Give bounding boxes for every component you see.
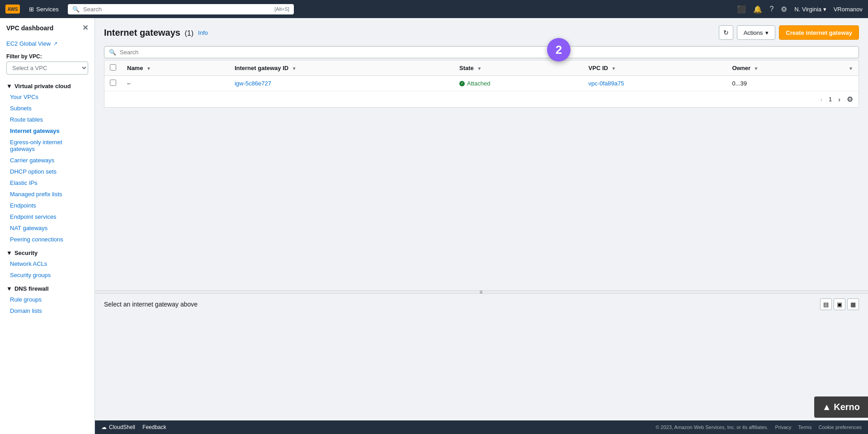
sidebar-item-dhcp[interactable]: DHCP option sets xyxy=(0,166,94,177)
sidebar-section-security[interactable]: ▼ Security xyxy=(0,245,94,258)
actions-chevron-icon: ▾ xyxy=(765,29,769,36)
pane-divider[interactable]: ≡ xyxy=(95,290,868,294)
actions-button[interactable]: Actions ▾ xyxy=(737,25,776,40)
header-actions: ↻ Actions ▾ Create internet gateway xyxy=(719,25,859,40)
sidebar-item-route-tables[interactable]: Route tables xyxy=(0,114,94,125)
pagination-row: ‹ 1 › ⚙ xyxy=(104,91,859,108)
view-icons: ▤ ▣ ▦ xyxy=(820,298,859,310)
vpc-filter-select[interactable]: Select a VPC xyxy=(6,61,88,75)
cloudshell-button[interactable]: ☁ CloudShell xyxy=(101,424,135,430)
section-chevron-vpc: ▼ xyxy=(6,83,12,90)
sidebar-item-internet-gateways[interactable]: Internet gateways xyxy=(0,125,94,137)
col-vpc-id: VPC ID ▼ xyxy=(583,61,727,76)
sidebar-item-peering[interactable]: Peering connections xyxy=(0,234,94,245)
sidebar-item-domain-lists[interactable]: Domain lists xyxy=(0,305,94,316)
top-search-input[interactable] xyxy=(83,6,271,13)
sidebar-item-endpoints[interactable]: Endpoints xyxy=(0,200,94,211)
ec2-global-view-link[interactable]: EC2 Global View ↗ xyxy=(0,38,94,50)
create-internet-gateway-button[interactable]: Create internet gateway xyxy=(779,25,859,40)
ec2-global-view-label: EC2 Global View xyxy=(6,40,51,47)
table-settings-button[interactable]: ⚙ xyxy=(845,94,855,104)
grid-icon: ⊞ xyxy=(29,6,34,13)
section-chevron-security: ▼ xyxy=(6,250,12,256)
region-selector[interactable]: N. Virginia ▾ xyxy=(794,6,826,13)
vpc-id-link[interactable]: vpc-0fa89a75 xyxy=(589,80,624,87)
table-row: – igw-5c86e727 Attached vpc-0fa89a75 0..… xyxy=(104,76,859,91)
step-indicator: 2 xyxy=(547,38,571,61)
status-dot xyxy=(459,81,465,86)
sidebar-item-prefix-lists[interactable]: Managed prefix lists xyxy=(0,189,94,200)
table-search-input[interactable] xyxy=(120,49,854,56)
cloudshell-icon: ☁ xyxy=(101,424,107,430)
table-header-row: Name ▼ Internet gateway ID ▼ State ▼ VPC… xyxy=(104,61,859,76)
sidebar-item-nat-gateways[interactable]: NAT gateways xyxy=(0,222,94,234)
sidebar-item-elastic-ips[interactable]: Elastic IPs xyxy=(0,177,94,189)
sidebar-item-security-groups[interactable]: Security groups xyxy=(0,269,94,281)
user-menu[interactable]: VRomanov xyxy=(834,6,863,13)
select-all-checkbox[interactable] xyxy=(110,64,116,71)
layout: VPC dashboard ✕ EC2 Global View ↗ Filter… xyxy=(0,18,868,434)
bottom-pane-header: Select an internet gateway above ▤ ▣ ▦ xyxy=(104,298,859,310)
external-link-icon: ↗ xyxy=(53,41,57,47)
cookie-link[interactable]: Cookie preferences xyxy=(819,425,862,430)
copyright-text: © 2023, Amazon Web Services, Inc. or its… xyxy=(656,425,768,430)
top-search-bar[interactable]: 🔍 [Alt+S] xyxy=(68,4,294,14)
page-number: 1 xyxy=(827,96,834,103)
igw-id-link[interactable]: igw-5c86e727 xyxy=(235,80,271,87)
next-page-button[interactable]: › xyxy=(835,95,843,104)
top-pane: Internet gateways (1) Info ↻ Actions ▾ C… xyxy=(95,18,868,290)
prev-page-button[interactable]: ‹ xyxy=(817,95,825,104)
terms-link[interactable]: Terms xyxy=(798,425,812,430)
sidebar-section-dns[interactable]: ▼ DNS firewall xyxy=(0,281,94,294)
sidebar-item-egress-only[interactable]: Egress-only internet gateways xyxy=(0,137,94,155)
table-search-icon: 🔍 xyxy=(109,49,116,56)
page-title: Internet gateways (1) xyxy=(104,28,193,38)
sidebar-close-button[interactable]: ✕ xyxy=(82,24,88,32)
view-grid-button[interactable]: ▦ xyxy=(847,298,859,310)
col-name: Name ▼ xyxy=(122,61,229,76)
top-nav: AWS ⊞ Services 🔍 [Alt+S] ⬛ 🔔 ? ⚙ N. Virg… xyxy=(0,0,868,18)
bottom-bar-left: ☁ CloudShell Feedback xyxy=(101,424,166,430)
page-header: Internet gateways (1) Info ↻ Actions ▾ C… xyxy=(104,25,859,40)
bottom-pane-title: Select an internet gateway above xyxy=(104,301,198,308)
page-title-row: Internet gateways (1) Info xyxy=(104,28,208,38)
filter-label: Filter by VPC: xyxy=(0,50,94,61)
sidebar-item-endpoint-services[interactable]: Endpoint services xyxy=(0,211,94,222)
sidebar-item-carrier-gateways[interactable]: Carrier gateways xyxy=(0,155,94,166)
status-attached: Attached xyxy=(459,80,578,87)
row-checkbox[interactable] xyxy=(110,80,116,86)
kerno-badge: ▲ Kerno xyxy=(814,396,868,418)
search-icon: 🔍 xyxy=(72,6,80,13)
cell-igw-id: igw-5c86e727 xyxy=(229,76,454,91)
search-shortcut: [Alt+S] xyxy=(274,6,289,12)
internet-gateways-table: Name ▼ Internet gateway ID ▼ State ▼ VPC… xyxy=(104,60,859,91)
view-split-button[interactable]: ▣ xyxy=(834,298,845,310)
actions-label: Actions xyxy=(744,29,763,36)
help-icon[interactable]: ? xyxy=(769,5,774,13)
sidebar-item-subnets[interactable]: Subnets xyxy=(0,103,94,114)
bottom-bar: ☁ CloudShell Feedback © 2023, Amazon Web… xyxy=(95,420,868,434)
cloudshell-label: CloudShell xyxy=(109,424,135,430)
nav-right: ⬛ 🔔 ? ⚙ N. Virginia ▾ VRomanov xyxy=(737,5,863,14)
sidebar-item-rule-groups[interactable]: Rule groups xyxy=(0,294,94,305)
sidebar-title: VPC dashboard xyxy=(6,24,53,32)
sidebar-item-your-vpcs[interactable]: Your VPCs xyxy=(0,91,94,103)
info-link[interactable]: Info xyxy=(198,29,208,36)
section-label-security: Security xyxy=(14,250,38,256)
services-menu[interactable]: ⊞ Services xyxy=(25,4,62,14)
refresh-button[interactable]: ↻ xyxy=(719,25,733,40)
privacy-link[interactable]: Privacy xyxy=(775,425,791,430)
profile-icon[interactable]: ⬛ xyxy=(737,5,746,14)
main-content: Internet gateways (1) Info ↻ Actions ▾ C… xyxy=(95,18,868,434)
feedback-link[interactable]: Feedback xyxy=(142,424,166,430)
table-search-bar[interactable]: 🔍 xyxy=(104,46,859,58)
view-table-button[interactable]: ▤ xyxy=(820,298,832,310)
section-label-dns: DNS firewall xyxy=(14,285,49,292)
bell-icon[interactable]: 🔔 xyxy=(753,5,762,14)
cell-owner: 0...39 xyxy=(727,76,842,91)
cell-vpc-id: vpc-0fa89a75 xyxy=(583,76,727,91)
sidebar-section-vpc[interactable]: ▼ Virtual private cloud xyxy=(0,78,94,91)
cell-name: – xyxy=(122,76,229,91)
settings-icon[interactable]: ⚙ xyxy=(781,5,787,14)
sidebar-item-network-acls[interactable]: Network ACLs xyxy=(0,258,94,269)
